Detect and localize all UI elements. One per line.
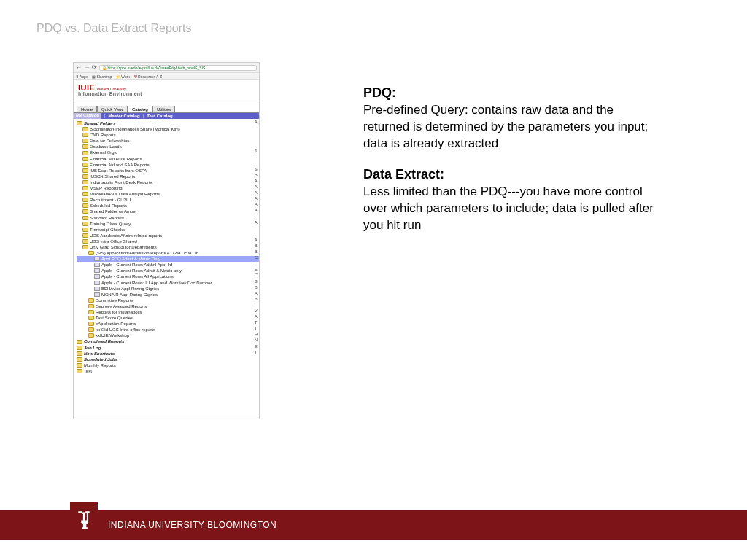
bookmark-item: ▦ Slashtmp (92, 74, 112, 79)
file-icon (94, 281, 100, 285)
tree-item: eApplication Reports (77, 321, 259, 327)
nav-tabs: Home Quick View Catalog Utilities (74, 106, 259, 113)
tree-leaf: Appls - Current Rows Admit & Matric only (77, 268, 259, 273)
tree-item: UGS Intra Office Shared (77, 238, 259, 244)
tree-item: Bloomington-Indianapolis Share (Monica, … (77, 126, 259, 132)
folder-icon (82, 151, 88, 155)
reload-icon: ⟳ (92, 65, 97, 71)
slide-title: PDQ vs. Data Extract Reports (36, 22, 192, 35)
tree-item: Database Loads (77, 144, 259, 149)
tree-item: Committee Reports (77, 298, 259, 303)
tree-item: Scheduled Reports (77, 203, 259, 209)
folder-icon (82, 139, 88, 143)
footer-text: INDIANA UNIVERSITY BLOOMINGTON (108, 520, 276, 530)
tree-root-item: Job Log (77, 345, 259, 351)
tree-item: IUB Dept Reports from OSFA (77, 168, 259, 174)
tree-subfolder: (SIS) Application/Admission Reports 4172… (77, 250, 259, 256)
tree-item: Transcript Checks (77, 227, 259, 233)
tree-item: xx Old UGS Intra-office reports (77, 327, 259, 332)
sub-tabs: My Catalog | Master Catalog | Test Catal… (74, 113, 259, 119)
tree-leaf: Appl PDQ Admit & Matric Only (77, 256, 259, 262)
folder-icon (77, 121, 82, 125)
iu-trident-icon (76, 510, 92, 532)
url-bar: 🔒 https://apps.iu.edu/ie-prd/Iue.do?use=… (99, 65, 257, 71)
tree-item: External Orgs (77, 149, 259, 155)
tree-item: Degrees Awarded Reports (77, 303, 259, 309)
folder-icon (82, 233, 88, 238)
tree-item: Financial Aid Audit Reports (77, 156, 259, 162)
tree-root-item: Test (77, 368, 259, 374)
folder-icon (82, 133, 88, 137)
tree-leaf: BEHAvior Appl Rcrtng Ctgries (77, 286, 259, 292)
folder-icon (88, 298, 94, 303)
folder-icon (82, 222, 88, 226)
folder-icon (82, 192, 88, 196)
subtab-mycatalog: My Catalog (74, 113, 101, 119)
footer-bar: INDIANA UNIVERSITY BLOOMINGTON (0, 510, 747, 540)
tree-root-item: Completed Reports (77, 338, 259, 344)
folder-icon (82, 168, 88, 173)
folder-icon (77, 369, 82, 373)
folder-icon (82, 203, 88, 208)
tree-item: Miscellaneous Data Analyst Reports (77, 191, 259, 197)
tree-item: Shared Folder w/ Amber (77, 209, 259, 214)
tree-item: CND Reports (77, 132, 259, 138)
folder-icon (82, 186, 88, 190)
folder-icon (88, 310, 94, 314)
tree-item: Data for Fellowships (77, 138, 259, 144)
tree-item: UGS Academic Affairs related reports (77, 233, 259, 238)
folder-icon (77, 340, 82, 344)
browser-screenshot: ← → ⟳ 🔒 https://apps.iu.edu/ie-prd/Iue.d… (73, 62, 260, 419)
folder-icon (88, 327, 94, 332)
file-icon (94, 257, 100, 261)
tree-item: Reports for Indianapolis (77, 309, 259, 315)
tree-leaf: Appls - Current Rows All Applications (77, 273, 259, 279)
folder-icon (82, 228, 88, 232)
iuie-header: IUIE Indiana University Information Envi… (74, 80, 259, 101)
tree-item: Indianapolis Front Desk Reports (77, 179, 259, 185)
tree-root-item: Scheduled Jobs (77, 357, 259, 362)
tree-leaf: MCNAIR Appl Rcrtng Ctgries (77, 292, 259, 298)
folder-icon (77, 363, 82, 368)
pdq-heading: PDQ: (363, 85, 396, 100)
tree-leaf: Appls - Current Rows: IU App and Workflo… (77, 280, 259, 286)
bookmarks-bar: ⠿ Apps ▦ Slashtmp 📁 Work Ψ Resources A-Z (74, 73, 259, 80)
tree-item: xxIUIE Workshop (77, 332, 259, 338)
tab-utilities: Utilities (152, 106, 175, 112)
tree-item: IUSCH Shared Reports (77, 174, 259, 179)
subtab-master: Master Catalog (109, 114, 140, 118)
tree-item: Test Score Queries (77, 315, 259, 321)
tree-root-item: New Shortcuts (77, 351, 259, 357)
bookmark-item: Ψ Resources A-Z (134, 74, 162, 79)
de-body: Less limited than the PDQ---you have mor… (363, 184, 654, 232)
tree-item: Standard Reports (77, 215, 259, 221)
footer-logo (70, 502, 98, 539)
tab-catalog: Catalog (128, 106, 152, 112)
forward-icon: → (84, 65, 90, 71)
folder-icon (82, 180, 88, 184)
folder-icon (88, 333, 94, 338)
file-icon (94, 268, 100, 273)
folder-icon (88, 304, 94, 308)
folder-icon (88, 322, 94, 326)
tree-root-item: Monthly Reports (77, 362, 259, 368)
iuie-subtitle: Information Environment (78, 91, 255, 96)
back-icon: ← (76, 65, 82, 71)
folder-icon (77, 351, 82, 356)
folder-icon (82, 198, 88, 202)
subtab-test: Test Catalog (147, 114, 173, 118)
folder-icon (88, 316, 94, 320)
content-text: PDQ: Pre-defined Query: contains raw dat… (363, 84, 655, 247)
bookmark-item: ⠿ Apps (76, 74, 88, 79)
bookmark-item: 📁 Work (116, 74, 130, 79)
folder-icon (82, 144, 88, 149)
file-icon (94, 262, 100, 267)
tree-item: Financial Aid and SAA Reports (77, 162, 259, 168)
tree-item: MSEP Reporting (77, 185, 259, 191)
de-heading: Data Extract: (363, 167, 444, 182)
tab-home: Home (77, 106, 97, 112)
pdq-body: Pre-defined Query: contains raw data and… (363, 103, 648, 150)
folder-icon (88, 251, 94, 255)
browser-toolbar: ← → ⟳ 🔒 https://apps.iu.edu/ie-prd/Iue.d… (74, 63, 259, 73)
alpha-index: A J SBAAAAAA-A ABBC ECSBABLVATTHNET (255, 119, 258, 355)
